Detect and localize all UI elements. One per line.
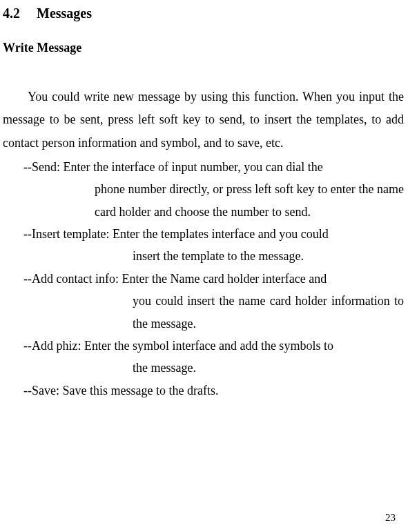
intro-paragraph: You could write new message by using thi… [3, 86, 404, 155]
list-item-send: --Send: Enter the interface of input num… [3, 156, 404, 223]
list-item-phiz: --Add phiz: Enter the symbol interface a… [3, 335, 404, 380]
list-item-save-first: --Save: Save this message to the drafts. [23, 384, 218, 397]
list-item-save: --Save: Save this message to the drafts. [3, 380, 404, 402]
section-title: Messages [37, 6, 92, 21]
list-item-insert-cont: insert the template to the message. [23, 245, 404, 267]
list-item-contact: --Add contact info: Enter the Name card … [3, 268, 404, 335]
list-item-insert: --Insert template: Enter the templates i… [3, 223, 404, 268]
section-number: 4.2 [3, 6, 20, 21]
list-item-contact-cont: you could insert the name card holder in… [23, 290, 404, 335]
list-item-send-first: --Send: Enter the interface of input num… [23, 160, 323, 174]
list-item-phiz-cont: the message. [23, 357, 404, 379]
list-item-phiz-first: --Add phiz: Enter the symbol interface a… [23, 339, 333, 353]
subheading: Write Message [3, 41, 404, 55]
section-heading: 4.2Messages [3, 6, 404, 21]
list-item-send-cont: phone number directly, or press left sof… [23, 178, 404, 223]
page-number: 23 [385, 512, 396, 524]
list-item-insert-first: --Insert template: Enter the templates i… [23, 227, 329, 241]
list-item-contact-first: --Add contact info: Enter the Name card … [23, 272, 327, 286]
